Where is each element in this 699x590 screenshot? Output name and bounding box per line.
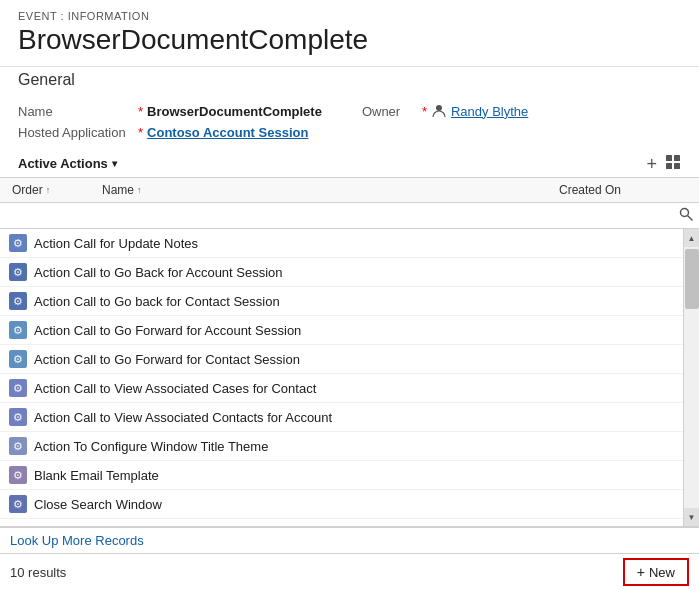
action-item-icon: ⚙ xyxy=(8,465,28,485)
action-item-label: Blank Email Template xyxy=(34,468,159,483)
list-item[interactable]: ⚙ Action Call to Go Forward for Contact … xyxy=(0,345,683,374)
svg-rect-1 xyxy=(666,155,672,161)
search-button[interactable] xyxy=(679,207,693,224)
owner-required-star: * xyxy=(422,104,427,119)
svg-rect-4 xyxy=(674,163,680,169)
page-title: BrowserDocumentComplete xyxy=(0,24,699,66)
list-area: ⚙ Action Call for Update Notes ⚙ Action … xyxy=(0,229,699,526)
name-required-star: * xyxy=(138,104,143,119)
col-header-name: Name ↑ xyxy=(96,178,553,202)
owner-section: Owner * Randy Blythe xyxy=(362,103,681,119)
scrollbar-down-button[interactable]: ▼ xyxy=(684,508,700,526)
action-item-label: Action Call for Update Notes xyxy=(34,236,198,251)
action-item-label: Action Call to Go Back for Account Sessi… xyxy=(34,265,283,280)
form-row-hosted: Hosted Application * Contoso Account Ses… xyxy=(18,125,681,140)
table-header: Order ↑ Name ↑ Created On xyxy=(0,178,699,203)
action-item-label: Action Call to Go back for Contact Sessi… xyxy=(34,294,280,309)
new-btn-container: + New xyxy=(623,558,689,586)
svg-text:⚙: ⚙ xyxy=(13,353,23,365)
svg-text:⚙: ⚙ xyxy=(13,382,23,394)
svg-text:⚙: ⚙ xyxy=(13,469,23,481)
svg-text:⚙: ⚙ xyxy=(13,237,23,249)
scrollbar-thumb-area xyxy=(684,247,699,508)
chevron-down-icon: ▾ xyxy=(112,158,117,169)
action-item-icon: ⚙ xyxy=(8,494,28,514)
action-item-icon: ⚙ xyxy=(8,378,28,398)
svg-text:⚙: ⚙ xyxy=(13,498,23,510)
page-container: EVENT : INFORMATION BrowserDocumentCompl… xyxy=(0,0,699,590)
list-item[interactable]: ⚙ Action Call to View Associated Cases f… xyxy=(0,374,683,403)
list-item[interactable]: ⚙ Action Call for Update Notes xyxy=(0,229,683,258)
action-item-label: Action Call to Go Forward for Contact Se… xyxy=(34,352,300,367)
form-rows: Name * BrowserDocumentComplete Owner * R… xyxy=(0,97,699,150)
scrollbar-thumb[interactable] xyxy=(685,249,699,309)
svg-point-5 xyxy=(681,209,689,217)
name-value: BrowserDocumentComplete xyxy=(147,104,322,119)
list-item[interactable]: ⚙ Action Call to Go Forward for Account … xyxy=(0,316,683,345)
svg-text:⚙: ⚙ xyxy=(13,440,23,452)
owner-name[interactable]: Randy Blythe xyxy=(451,104,528,119)
svg-text:⚙: ⚙ xyxy=(13,295,23,307)
actions-toolbar: Active Actions ▾ + xyxy=(0,150,699,178)
action-item-icon: ⚙ xyxy=(8,436,28,456)
active-actions-button[interactable]: Active Actions ▾ xyxy=(18,152,123,175)
footer-area: Look Up More Records 10 results + New xyxy=(0,526,699,590)
section-label: General xyxy=(0,66,699,97)
list-item[interactable]: ⚙ Action Call to Go Back for Account Ses… xyxy=(0,258,683,287)
new-button[interactable]: + New xyxy=(623,558,689,586)
lookup-more-link[interactable]: Look Up More Records xyxy=(10,533,144,548)
list-item[interactable]: ⚙ Action Call to View Associated Contact… xyxy=(0,403,683,432)
action-item-icon: ⚙ xyxy=(8,262,28,282)
action-item-icon: ⚙ xyxy=(8,291,28,311)
action-item-label: Action Call to Go Forward for Account Se… xyxy=(34,323,301,338)
action-item-label: Action To Configure Window Title Theme xyxy=(34,439,268,454)
list-item[interactable]: ⚙ Action To Configure Window Title Theme xyxy=(0,432,683,461)
hosted-app-label: Hosted Application xyxy=(18,125,138,140)
owner-value: Randy Blythe xyxy=(431,103,528,119)
active-actions-label: Active Actions xyxy=(18,156,108,171)
owner-label: Owner xyxy=(362,104,422,119)
svg-text:⚙: ⚙ xyxy=(13,324,23,336)
action-item-icon: ⚙ xyxy=(8,320,28,340)
owner-person-icon xyxy=(431,103,447,119)
name-sort-icon: ↑ xyxy=(137,185,142,195)
search-row xyxy=(0,203,699,229)
svg-line-6 xyxy=(688,216,692,220)
action-item-icon: ⚙ xyxy=(8,407,28,427)
search-input[interactable] xyxy=(6,206,675,225)
list-item[interactable]: ⚙ Action Call to Go back for Contact Ses… xyxy=(0,287,683,316)
list-item[interactable]: ⚙ Blank Email Template xyxy=(0,461,683,490)
results-count: 10 results xyxy=(10,565,66,580)
svg-text:⚙: ⚙ xyxy=(13,266,23,278)
status-bar: 10 results + New xyxy=(0,553,699,590)
scrollbar-up-button[interactable]: ▲ xyxy=(684,229,700,247)
svg-rect-2 xyxy=(674,155,680,161)
order-sort-icon: ↑ xyxy=(46,185,51,195)
event-label: EVENT : INFORMATION xyxy=(0,0,699,24)
name-label: Name xyxy=(18,104,138,119)
action-item-icon: ⚙ xyxy=(8,349,28,369)
lookup-more-row: Look Up More Records xyxy=(0,528,699,553)
action-item-label: Action Call to View Associated Contacts … xyxy=(34,410,332,425)
svg-point-0 xyxy=(436,105,442,111)
hosted-app-value[interactable]: Contoso Account Session xyxy=(147,125,308,140)
action-item-label: Action Call to View Associated Cases for… xyxy=(34,381,316,396)
grid-view-button[interactable] xyxy=(665,154,681,174)
new-plus-icon: + xyxy=(637,564,645,580)
new-btn-label: New xyxy=(649,565,675,580)
form-row-name: Name * BrowserDocumentComplete Owner * R… xyxy=(18,103,681,119)
col-header-created: Created On xyxy=(553,178,693,202)
scrollbar-track: ▲ ▼ xyxy=(683,229,699,526)
hosted-required-star: * xyxy=(138,125,143,140)
list-item[interactable]: ⚙ Close Search Window xyxy=(0,490,683,519)
list-content: ⚙ Action Call for Update Notes ⚙ Action … xyxy=(0,229,683,526)
svg-rect-3 xyxy=(666,163,672,169)
svg-text:⚙: ⚙ xyxy=(13,411,23,423)
col-header-order: Order ↑ xyxy=(6,178,96,202)
action-item-icon: ⚙ xyxy=(8,233,28,253)
action-item-label: Close Search Window xyxy=(34,497,162,512)
add-action-button[interactable]: + xyxy=(646,155,657,173)
